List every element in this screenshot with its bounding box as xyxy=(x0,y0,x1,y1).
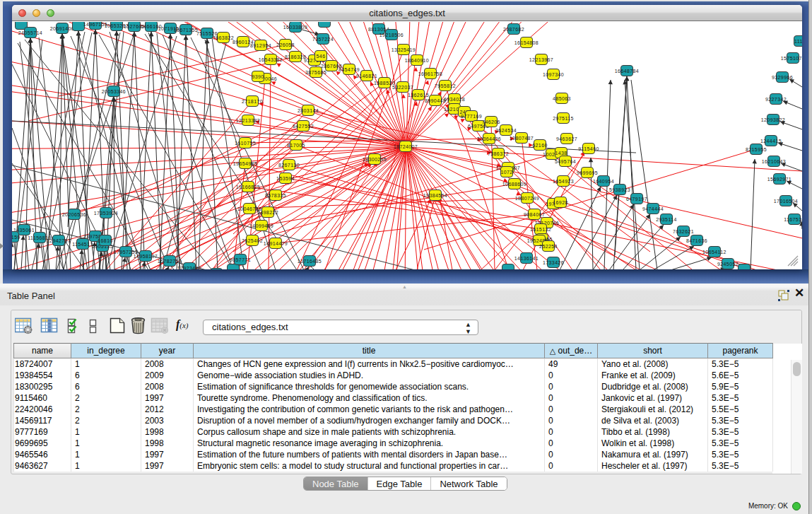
svg-text:5938923: 5938923 xyxy=(609,187,630,192)
svg-text:12093822: 12093822 xyxy=(761,117,785,122)
svg-text:12923446: 12923446 xyxy=(177,266,201,269)
svg-text:1610755: 1610755 xyxy=(235,141,256,146)
svg-text:1362615: 1362615 xyxy=(408,93,429,98)
svg-text:9777169: 9777169 xyxy=(461,114,482,119)
svg-text:153594: 153594 xyxy=(276,176,295,181)
svg-text:7357224: 7357224 xyxy=(312,37,334,42)
svg-text:3875685: 3875685 xyxy=(305,70,326,75)
svg-text:10654112: 10654112 xyxy=(702,250,726,255)
svg-text:7632621: 7632621 xyxy=(673,229,694,234)
svg-text:817005: 817005 xyxy=(287,143,305,148)
svg-text:9227342: 9227342 xyxy=(765,97,787,102)
svg-text:18640910: 18640910 xyxy=(405,58,429,63)
svg-text:1167534: 1167534 xyxy=(784,217,802,222)
svg-text:5322037: 5322037 xyxy=(392,85,413,90)
svg-text:19654985: 19654985 xyxy=(233,161,257,166)
svg-text:9474444: 9474444 xyxy=(642,206,664,211)
svg-text:9245052: 9245052 xyxy=(717,262,739,267)
svg-text:18724007: 18724007 xyxy=(394,144,418,149)
svg-text:14136141: 14136141 xyxy=(514,256,539,261)
svg-text:8454749: 8454749 xyxy=(339,67,360,72)
svg-text:8990448: 8990448 xyxy=(425,98,446,103)
svg-text:2803144: 2803144 xyxy=(298,108,319,113)
svg-text:252254: 252254 xyxy=(539,244,558,249)
svg-text:546: 546 xyxy=(317,54,326,59)
svg-text:9115460: 9115460 xyxy=(578,146,599,151)
svg-text:2087682: 2087682 xyxy=(503,27,524,32)
svg-text:19166825: 19166825 xyxy=(236,185,260,189)
svg-text:9390: 9390 xyxy=(252,74,264,79)
svg-text:19384554: 19384554 xyxy=(423,193,447,198)
svg-text:9329966: 9329966 xyxy=(772,75,793,80)
svg-text:16154808: 16154808 xyxy=(514,40,539,45)
svg-text:10807487: 10807487 xyxy=(510,136,534,141)
svg-text:7625402: 7625402 xyxy=(242,238,263,243)
svg-text:14958107: 14958107 xyxy=(134,254,158,259)
svg-text:2975115: 2975115 xyxy=(553,116,574,121)
svg-text:8578335: 8578335 xyxy=(265,193,286,198)
svg-text:16810: 16810 xyxy=(98,238,112,243)
svg-text:9084067: 9084067 xyxy=(524,212,545,217)
svg-text:7386372: 7386372 xyxy=(488,151,509,156)
svg-text:18807249: 18807249 xyxy=(515,196,539,201)
svg-text:7955812: 7955812 xyxy=(435,83,456,88)
svg-text:20691406: 20691406 xyxy=(50,26,74,31)
svg-text:14914479: 14914479 xyxy=(264,241,288,246)
svg-text:16210643: 16210643 xyxy=(762,159,786,164)
svg-text:39159: 39159 xyxy=(12,235,20,240)
svg-text:17353924: 17353924 xyxy=(94,211,118,216)
svg-text:20364436: 20364436 xyxy=(477,136,501,141)
svg-text:10688609: 10688609 xyxy=(502,182,526,187)
svg-text:15692971: 15692971 xyxy=(767,177,792,182)
svg-text:8186328: 8186328 xyxy=(285,54,306,59)
svg-text:16648784: 16648784 xyxy=(615,69,639,74)
svg-text:9857771: 9857771 xyxy=(230,257,251,262)
svg-text:8215955: 8215955 xyxy=(746,147,767,152)
svg-text:1072: 1072 xyxy=(500,170,512,175)
svg-text:1112: 1112 xyxy=(794,39,802,44)
svg-text:485063: 485063 xyxy=(553,96,571,101)
svg-text:16961758: 16961758 xyxy=(418,71,442,76)
svg-text:12942757: 12942757 xyxy=(47,238,71,243)
svg-text:5495764: 5495764 xyxy=(555,159,576,164)
svg-text:1615132: 1615132 xyxy=(530,227,551,232)
svg-text:12213967: 12213967 xyxy=(529,57,553,62)
svg-text:226058: 226058 xyxy=(276,42,295,47)
svg-text:1654923: 1654923 xyxy=(553,179,574,184)
svg-text:1640954: 1640954 xyxy=(593,179,614,184)
svg-text:13325419: 13325419 xyxy=(392,47,416,52)
svg-text:1154513: 1154513 xyxy=(72,242,93,247)
svg-text:14099489: 14099489 xyxy=(249,223,273,228)
svg-text:3624534: 3624534 xyxy=(495,128,517,133)
svg-text:1438: 1438 xyxy=(555,151,567,156)
svg-text:1498222: 1498222 xyxy=(257,210,278,215)
svg-text:8427552: 8427552 xyxy=(293,124,314,129)
svg-text:62160: 62160 xyxy=(532,143,547,148)
svg-text:1733426: 1733426 xyxy=(543,260,564,265)
svg-text:16928: 16928 xyxy=(553,200,567,205)
svg-text:6934028: 6934028 xyxy=(444,97,465,102)
svg-text:13716485: 13716485 xyxy=(298,259,322,264)
svg-text:9699695: 9699695 xyxy=(577,170,598,175)
svg-text:16543382: 16543382 xyxy=(259,57,283,62)
svg-text:20053346: 20053346 xyxy=(102,89,126,94)
svg-text:8471636: 8471636 xyxy=(686,238,707,243)
svg-text:2718170: 2718170 xyxy=(242,99,263,104)
svg-text:9463627: 9463627 xyxy=(556,136,577,141)
svg-text:18300295: 18300295 xyxy=(363,157,387,162)
svg-text:20206536: 20206536 xyxy=(62,212,86,217)
svg-text:24055714: 24055714 xyxy=(18,30,42,35)
svg-text:1097340: 1097340 xyxy=(543,72,564,77)
svg-text:7663822: 7663822 xyxy=(213,35,234,40)
svg-text:16782759: 16782759 xyxy=(158,259,182,264)
svg-text:8912954: 8912954 xyxy=(250,43,271,48)
svg-text:746206: 746206 xyxy=(482,119,500,124)
svg-text:2935114: 2935114 xyxy=(656,217,677,222)
svg-text:8267130: 8267130 xyxy=(278,163,300,168)
svg-text:17016504: 17016504 xyxy=(774,199,798,204)
svg-text:1244415: 1244415 xyxy=(760,139,782,144)
svg-text:15751074: 15751074 xyxy=(781,56,802,61)
svg-text:19218506: 19218506 xyxy=(379,33,404,37)
svg-text:16671355: 16671355 xyxy=(174,28,198,33)
svg-text:12213382: 12213382 xyxy=(236,118,260,123)
